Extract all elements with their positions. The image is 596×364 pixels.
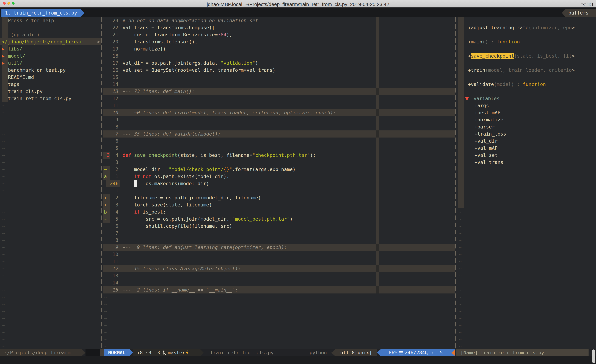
tree-item-file[interactable]: train_retr_from_cls.py	[0, 95, 101, 102]
code-line[interactable]: b4 if is_best:	[104, 208, 455, 216]
code-line[interactable]: 18	[104, 52, 455, 59]
tree-item-file[interactable]: README.md	[0, 74, 101, 81]
fold-open-triangle-icon[interactable]: ▼	[465, 95, 469, 102]
tagbar-variable-item[interactable]: +val_trans	[457, 159, 596, 166]
tagbar-variable-item[interactable]: +args	[457, 102, 596, 109]
code-line[interactable]: +3 torch.save(state, filename)	[104, 201, 455, 208]
tagbar-variable-item[interactable]: +normalize	[457, 116, 596, 123]
tilde-icon: ~	[2, 159, 5, 166]
code-line[interactable]: 13	[104, 272, 455, 279]
tab-train-retr-from-cls[interactable]: 1. train_retr_from_cls.py	[1, 9, 80, 17]
tagbar-variable-item[interactable]: +train_loss	[457, 131, 596, 138]
tree-item-file[interactable]: benchmark_on_test.py	[0, 67, 101, 74]
folded-code-line[interactable]: 7+-- 35 lines: def validate(model):	[104, 131, 455, 138]
tilde-icon: ~	[2, 166, 5, 173]
tagbar-variable-item[interactable]: +val_dir	[457, 138, 596, 145]
code-line[interactable]: 11	[104, 258, 455, 265]
code-line[interactable]: 6 shutil.copyfile(filename, src)	[104, 223, 455, 230]
tilde-icon: ~	[2, 180, 5, 187]
tagbar-function-item[interactable]: +main() : function	[457, 38, 596, 45]
code-line[interactable]: 9	[104, 116, 455, 123]
window-separator-left[interactable]	[101, 17, 102, 349]
tagbar-variable-item[interactable]: +val_set	[457, 152, 596, 159]
nerdtree-pane[interactable]: " Press ? for help.. (up a dir)</jdhao/P…	[0, 17, 101, 349]
code-line[interactable]: 8	[104, 123, 455, 131]
tagbar-function-item[interactable]: +save_checkpoint(state, is_best, fil>	[457, 52, 596, 59]
tilde-icon: ~	[2, 237, 5, 244]
code-line[interactable]: 16val_set = QuerySet(root=val_dir, trans…	[104, 67, 455, 74]
code-line[interactable]: 17val_dir = os.path.join(args.data, "val…	[104, 59, 455, 67]
tagbar-variable-item[interactable]: +val_mAP	[457, 145, 596, 152]
empty-line-marker: ~	[104, 329, 455, 336]
code-line[interactable]: 19 normalize])	[104, 45, 455, 52]
code-line[interactable]: 23# do not do data augmentation on valid…	[104, 17, 455, 24]
empty-line-marker: ~	[457, 208, 596, 216]
editor-pane[interactable]: 23# do not do data augmentation on valid…	[104, 17, 455, 349]
chevron-right-icon[interactable]: ▸	[2, 52, 5, 59]
tagbar-function-item[interactable]: +adjust_learning_rate(optimizer, epo>	[457, 24, 596, 31]
tilde-icon: ~	[2, 216, 5, 223]
code-line[interactable]: 15	[104, 74, 455, 81]
code-line[interactable]: a1 if not os.path.exists(model_dir):	[104, 173, 455, 180]
scrollbar-thumb[interactable]	[592, 349, 595, 363]
chevron-right-icon[interactable]: ▸	[2, 45, 5, 52]
tilde-icon: ~	[2, 145, 5, 152]
line-number: 7	[107, 131, 118, 138]
tree-item-dir[interactable]: ▸libs/	[0, 45, 101, 52]
code-text: os.makedirs(model_dir)	[123, 180, 209, 187]
empty-line-marker: ~	[0, 244, 101, 251]
empty-line-marker: ~	[0, 286, 101, 293]
code-line[interactable]: 22val_trans = transforms.Compose([	[104, 24, 455, 31]
code-line[interactable]: 10	[104, 251, 455, 258]
code-line[interactable]: 21 custom_transform.Resize(size=384),	[104, 31, 455, 38]
tree-item-up[interactable]: .. (up a dir)	[0, 31, 101, 38]
chevron-right-icon[interactable]: ▸	[2, 59, 5, 67]
tree-item-file[interactable]: train_cls.py	[0, 88, 101, 95]
git-branch-icon	[163, 350, 167, 355]
tagbar-variable-item[interactable]: +parser	[457, 123, 596, 131]
code-line[interactable]: 8	[104, 237, 455, 244]
folded-code-line[interactable]: 13+-- 73 lines: def main():	[104, 88, 455, 95]
line-number: 20	[107, 38, 118, 45]
folded-code-line[interactable]: 12+-- 15 lines: class AverageMeter(objec…	[104, 265, 455, 272]
code-line[interactable]: 20 transforms.ToTensor(),	[104, 38, 455, 45]
tagbar-pane[interactable]: +adjust_learning_rate(optimizer, epo>+ma…	[457, 17, 596, 349]
folded-code-line[interactable]: 9+-- 9 lines: def adjust_learning_rate(o…	[104, 244, 455, 251]
code-line[interactable]: 12	[104, 95, 455, 102]
tilde-icon: ~	[104, 329, 107, 336]
line-number: 1	[107, 187, 118, 194]
tagbar-variable-item[interactable]: +best_mAP	[457, 109, 596, 116]
code-line[interactable]: 14	[104, 81, 455, 88]
code-line[interactable]: 246 os.makedirs(model_dir)	[104, 180, 455, 187]
tree-item-dir[interactable]: ▸model/	[0, 52, 101, 59]
line-number: 3	[107, 159, 118, 166]
tagbar-function-item[interactable]: +validate(model) : function	[457, 81, 596, 88]
tagbar-kind-header[interactable]: ▼variables	[457, 95, 596, 102]
code-line[interactable]: ~2 model_dir = "model/check_point/{}".fo…	[104, 166, 455, 173]
folded-code-line[interactable]: 10+-- 50 lines: def train(model, train_l…	[104, 109, 455, 116]
code-line[interactable]: 11	[104, 102, 455, 109]
folded-code-line[interactable]: 15+-- 2 lines: if __name__ == "__main__"…	[104, 286, 455, 293]
code-line[interactable]: 6	[104, 138, 455, 145]
line-number: 19	[107, 45, 118, 52]
tree-item-dir[interactable]: ▸util/	[0, 59, 101, 67]
tagbar-function-item[interactable]: +train(model, train_loader, criterio>	[457, 67, 596, 74]
code-line[interactable]: 7	[104, 230, 455, 237]
tagbar-tag-label: +train(model, train_loader, criterio>	[468, 67, 574, 74]
tree-item-file[interactable]: tags	[0, 81, 101, 88]
tree-blank-line	[0, 24, 101, 31]
line-number: 1	[107, 173, 118, 180]
code-line[interactable]: 1	[104, 187, 455, 194]
window-separator-right[interactable]	[455, 17, 456, 349]
code-line[interactable]: +2 filename = os.path.join(model_dir, fi…	[104, 194, 455, 201]
tree-item-root[interactable]: </jdhao/Projects/deep_firear>	[0, 38, 101, 45]
code-line[interactable]: ~5 src = os.path.join(model_dir, "model_…	[104, 216, 455, 223]
code-line[interactable]: 5	[104, 145, 455, 152]
code-line[interactable]: 3	[104, 159, 455, 166]
tilde-icon: ~	[2, 173, 5, 180]
empty-line-marker: ~	[0, 272, 101, 279]
code-line[interactable]: 14	[104, 279, 455, 286]
code-line[interactable]: _34def save_checkpoint(state, is_best, f…	[104, 152, 455, 159]
empty-line-marker: ~	[104, 301, 455, 308]
buffers-label[interactable]: buffers	[566, 9, 596, 17]
